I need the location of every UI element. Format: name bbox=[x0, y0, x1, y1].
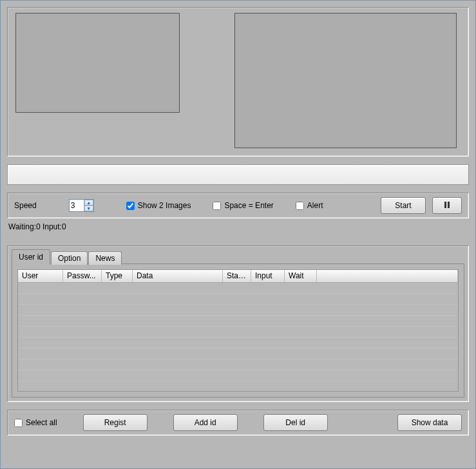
regist-button[interactable]: Regist bbox=[83, 414, 148, 431]
list-row[interactable] bbox=[18, 327, 458, 338]
tab-option[interactable]: Option bbox=[51, 251, 88, 265]
column-stat[interactable]: Stat... bbox=[223, 270, 251, 282]
user-listview[interactable]: UserPassw...TypeDataStat...InputWait bbox=[17, 269, 459, 392]
space-enter-label: Space = Enter bbox=[224, 201, 273, 210]
column-filler bbox=[317, 270, 458, 282]
pause-button[interactable] bbox=[432, 197, 462, 214]
start-button[interactable]: Start bbox=[381, 197, 426, 214]
speed-spinner[interactable]: ▲ ▼ bbox=[69, 199, 94, 212]
column-wait[interactable]: Wait bbox=[285, 270, 317, 282]
speed-label: Speed bbox=[14, 201, 37, 210]
del-id-button[interactable]: Del id bbox=[263, 414, 328, 431]
image-box-left bbox=[15, 13, 180, 113]
image-box-right bbox=[234, 13, 457, 148]
column-data[interactable]: Data bbox=[133, 270, 223, 282]
alert-label: Alert bbox=[307, 201, 323, 210]
bottom-bar: Select all Regist Add id Del id Show dat… bbox=[7, 410, 469, 436]
select-all-label: Select all bbox=[26, 418, 57, 427]
list-row[interactable] bbox=[18, 316, 458, 327]
controls-row: Speed ▲ ▼ Show 2 Images Space = Enter Al… bbox=[7, 193, 469, 218]
list-row[interactable] bbox=[18, 338, 458, 349]
alert-checkbox[interactable]: Alert bbox=[296, 201, 323, 210]
tabs-panel: User idOptionNews UserPassw...TypeDataSt… bbox=[7, 245, 469, 402]
list-row[interactable] bbox=[18, 349, 458, 359]
column-type[interactable]: Type bbox=[102, 270, 133, 282]
list-row[interactable] bbox=[18, 370, 458, 381]
app-root: Speed ▲ ▼ Show 2 Images Space = Enter Al… bbox=[1, 1, 475, 468]
select-all-checkbox[interactable]: Select all bbox=[14, 418, 57, 427]
list-row[interactable] bbox=[18, 305, 458, 316]
tab-body-userid: UserPassw...TypeDataStat...InputWait bbox=[12, 263, 464, 397]
pause-icon bbox=[444, 202, 450, 208]
column-passw[interactable]: Passw... bbox=[63, 270, 102, 282]
show-data-button[interactable]: Show data bbox=[397, 414, 462, 431]
list-row[interactable] bbox=[18, 294, 458, 305]
speed-down-button[interactable]: ▼ bbox=[84, 206, 93, 211]
captcha-input[interactable] bbox=[7, 164, 469, 185]
speed-up-button[interactable]: ▲ bbox=[84, 200, 93, 206]
list-row[interactable] bbox=[18, 359, 458, 370]
status-text: Waiting:0 Input:0 bbox=[8, 222, 469, 231]
speed-input[interactable] bbox=[70, 200, 84, 211]
list-row[interactable] bbox=[18, 283, 458, 294]
listview-body bbox=[18, 283, 458, 391]
add-id-button[interactable]: Add id bbox=[173, 414, 238, 431]
column-input[interactable]: Input bbox=[251, 270, 285, 282]
column-user[interactable]: User bbox=[18, 270, 63, 282]
listview-header: UserPassw...TypeDataStat...InputWait bbox=[18, 270, 458, 283]
tab-news[interactable]: News bbox=[88, 251, 122, 265]
space-enter-checkbox[interactable]: Space = Enter bbox=[213, 201, 273, 210]
image-preview-group bbox=[7, 7, 469, 157]
show-two-images-checkbox[interactable]: Show 2 Images bbox=[126, 201, 191, 210]
tab-user-id[interactable]: User id bbox=[12, 249, 50, 264]
show-two-images-label: Show 2 Images bbox=[138, 201, 191, 210]
tab-strip: User idOptionNews bbox=[12, 250, 464, 264]
